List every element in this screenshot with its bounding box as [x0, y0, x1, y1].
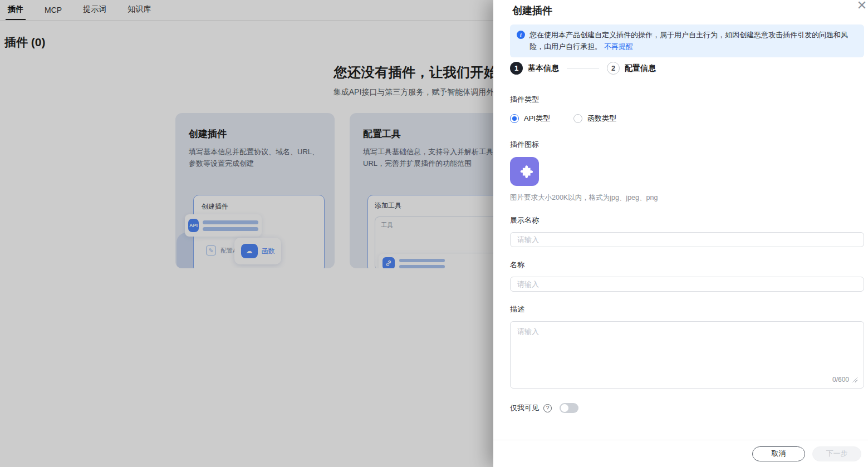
description-field: 0/600 — [510, 321, 864, 389]
drawer-footer: 取消 下一步 — [493, 440, 868, 467]
radio-api-type[interactable]: API类型 — [510, 114, 550, 124]
radio-unselected-icon — [573, 114, 582, 123]
next-step-button[interactable]: 下一步 — [812, 446, 861, 461]
display-name-input[interactable] — [510, 232, 864, 247]
basic-info-form: 插件类型 API类型 函数类型 插件图标 图片要求大小200K以内，格式为jpg… — [510, 95, 864, 413]
step-1-label: 基本信息 — [528, 63, 559, 73]
disclaimer-body: 您在使用本产品创建自定义插件的操作，属于用户自主行为，如因创建恶意攻击插件引发的… — [529, 31, 848, 51]
drawer-title: 创建插件 — [512, 4, 552, 17]
disclaimer-alert: i 您在使用本产品创建自定义插件的操作，属于用户自主行为，如因创建恶意攻击插件引… — [510, 24, 864, 57]
radio-function-type[interactable]: 函数类型 — [573, 114, 616, 124]
char-counter-value: 0/600 — [832, 376, 849, 384]
step-2-circle: 2 — [607, 62, 620, 75]
plugin-icon-label: 插件图标 — [510, 140, 864, 150]
display-name-label: 展示名称 — [510, 215, 864, 225]
radio-label: 函数类型 — [587, 114, 616, 124]
question-icon[interactable]: ? — [543, 404, 552, 412]
puzzle-icon — [516, 163, 533, 180]
toggle-knob — [561, 404, 568, 412]
visibility-label: 仅我可见 — [510, 403, 539, 413]
info-icon: i — [517, 31, 525, 39]
description-label: 描述 — [510, 304, 864, 314]
plugin-type-options: API类型 函数类型 — [510, 114, 864, 124]
icon-upload-hint: 图片要求大小200K以内，格式为jpg、jpeg、png — [510, 193, 864, 203]
visibility-row: 仅我可见 ? — [510, 403, 864, 413]
name-input[interactable] — [510, 277, 864, 292]
close-icon[interactable]: ✕ — [855, 0, 868, 13]
plugin-icon-upload[interactable] — [510, 157, 539, 186]
resize-handle-icon[interactable] — [852, 377, 857, 382]
cancel-button[interactable]: 取消 — [752, 446, 805, 461]
description-textarea[interactable] — [510, 321, 864, 389]
disclaimer-text: 您在使用本产品创建自定义插件的操作，属于用户自主行为，如因创建恶意攻击插件引发的… — [529, 29, 856, 53]
create-plugin-drawer: 创建插件 ✕ i 您在使用本产品创建自定义插件的操作，属于用户自主行为，如因创建… — [493, 0, 868, 467]
radio-selected-icon — [510, 114, 519, 123]
visibility-toggle[interactable] — [560, 403, 578, 413]
name-label: 名称 — [510, 260, 864, 270]
step-2-label: 配置信息 — [625, 63, 656, 73]
char-counter: 0/600 — [832, 376, 857, 384]
dont-remind-link[interactable]: 不再提醒 — [604, 42, 633, 51]
plugin-type-label: 插件类型 — [510, 95, 864, 105]
radio-label: API类型 — [524, 114, 550, 124]
step-connector — [567, 68, 599, 68]
step-1-circle: 1 — [510, 62, 523, 75]
step-indicator: 1 基本信息 2 配置信息 — [510, 62, 656, 75]
